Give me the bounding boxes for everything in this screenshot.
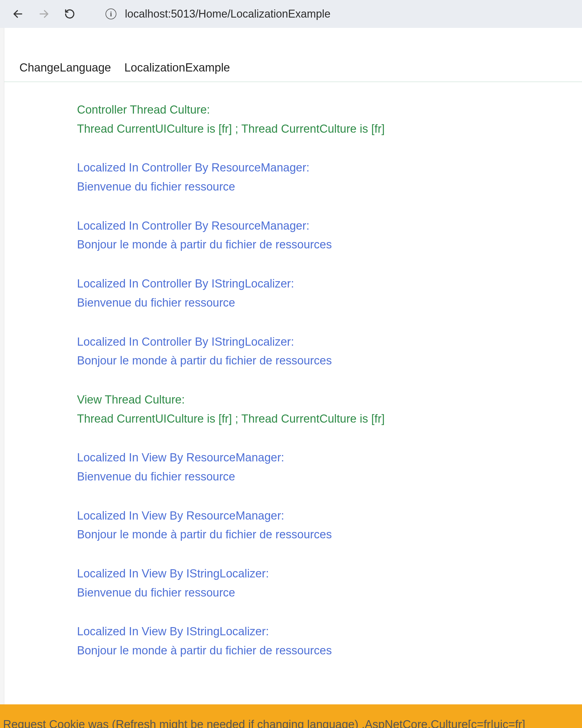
block-value: Thread CurrentUICulture is [fr] ; Thread… <box>77 409 582 428</box>
block-value: Bienvenue du fichier ressource <box>77 467 582 486</box>
block-value: Bienvenue du fichier ressource <box>77 177 582 196</box>
block-title: Localized In Controller By IStringLocali… <box>77 332 582 352</box>
block-value: Bonjour le monde à partir du fichier de … <box>77 525 582 544</box>
footer-cookie-text: Request Cookie was (Refresh might be nee… <box>3 716 579 728</box>
block-title: Localized In Controller By ResourceManag… <box>77 158 582 177</box>
localization-block: Localized In View By ResourceManager:Bie… <box>77 448 582 486</box>
localization-block: Localized In Controller By IStringLocali… <box>77 274 582 312</box>
window-edge-sliver <box>0 0 4 728</box>
browser-nav-icons <box>12 8 75 20</box>
header-gap <box>4 28 582 61</box>
localization-block: Localized In View By ResourceManager:Bon… <box>77 506 582 544</box>
localization-block: Localized In Controller By IStringLocali… <box>77 332 582 370</box>
localization-block: Localized In Controller By ResourceManag… <box>77 216 582 254</box>
block-title: Localized In View By ResourceManager: <box>77 506 582 525</box>
block-value: Bonjour le monde à partir du fichier de … <box>77 235 582 254</box>
localization-block: Localized In View By IStringLocalizer:Bi… <box>77 564 582 602</box>
address-bar[interactable]: i localhost:5013/Home/LocalizationExampl… <box>105 7 330 20</box>
browser-toolbar: i localhost:5013/Home/LocalizationExampl… <box>0 0 582 28</box>
block-title: Localized In View By IStringLocalizer: <box>77 622 582 641</box>
site-info-icon[interactable]: i <box>105 8 117 19</box>
forward-icon[interactable] <box>38 8 50 20</box>
block-value: Bienvenue du fichier ressource <box>77 583 582 602</box>
nav-link-changelanguage[interactable]: ChangeLanguage <box>19 61 111 74</box>
block-title: Localized In View By IStringLocalizer: <box>77 564 582 583</box>
block-title: Controller Thread Culture: <box>77 100 582 120</box>
nav-link-localizationexample[interactable]: LocalizationExample <box>124 61 230 74</box>
block-value: Thread CurrentUICulture is [fr] ; Thread… <box>77 120 582 138</box>
main-content: Controller Thread Culture:Thread Current… <box>4 82 582 704</box>
localization-block: View Thread Culture:Thread CurrentUICult… <box>77 390 582 428</box>
block-title: Localized In Controller By ResourceManag… <box>77 216 582 235</box>
url-text: localhost:5013/Home/LocalizationExample <box>125 7 330 20</box>
localization-block: Localized In View By IStringLocalizer:Bo… <box>77 622 582 660</box>
back-icon[interactable] <box>12 8 24 20</box>
page-nav: ChangeLanguage LocalizationExample <box>4 61 582 82</box>
localization-block: Controller Thread Culture:Thread Current… <box>77 100 582 138</box>
block-title: View Thread Culture: <box>77 390 582 409</box>
block-title: Localized In Controller By IStringLocali… <box>77 274 582 293</box>
block-value: Bonjour le monde à partir du fichier de … <box>77 641 582 660</box>
block-title: Localized In View By ResourceManager: <box>77 448 582 467</box>
block-value: Bonjour le monde à partir du fichier de … <box>77 351 582 370</box>
localization-block: Localized In Controller By ResourceManag… <box>77 158 582 196</box>
block-value: Bienvenue du fichier ressource <box>77 293 582 312</box>
footer-banner: Request Cookie was (Refresh might be nee… <box>0 704 582 728</box>
reload-icon[interactable] <box>64 8 75 19</box>
